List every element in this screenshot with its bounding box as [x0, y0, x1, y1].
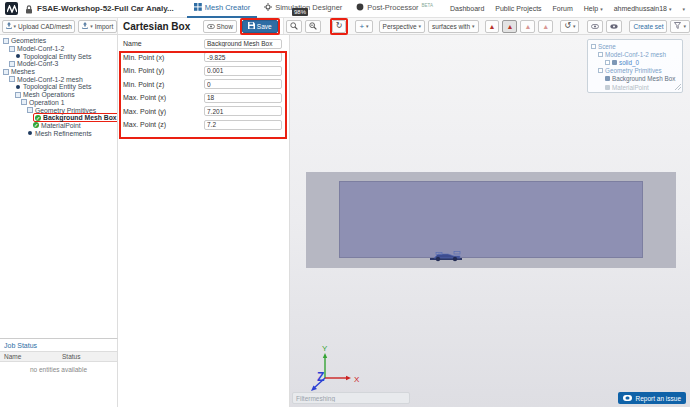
tree-item-model-conf-1-2[interactable]: Model-Conf-1-2: [0, 45, 117, 53]
field-label: Max. Point (x): [118, 94, 204, 101]
plus-icon: +: [359, 22, 364, 31]
expander-icon[interactable]: [21, 99, 27, 105]
filter-input[interactable]: [292, 392, 410, 404]
show-all-button[interactable]: [606, 20, 622, 33]
render-mode-select[interactable]: surfaces with▾: [428, 20, 478, 33]
import-button[interactable]: ▾ Import: [78, 20, 117, 33]
nav-link-dashboard[interactable]: Dashboard: [450, 5, 484, 12]
expander-icon[interactable]: [9, 76, 15, 82]
scene-item-materialpoint[interactable]: MaterialPoint: [590, 83, 682, 91]
tree-item-materialpoint[interactable]: ✓MaterialPoint: [0, 122, 117, 130]
nav-link-forum[interactable]: Forum: [553, 5, 573, 12]
job-status-header: Name Status: [0, 352, 117, 362]
form-row-max-point-x: Max. Point (x): [118, 91, 289, 105]
create-set-button[interactable]: Create set: [629, 20, 667, 33]
tree-item-label: Topological Entity Sets: [23, 53, 91, 60]
tab-post-processor[interactable]: Post-Processor BETA: [349, 0, 440, 18]
tree-item-background-mesh-box[interactable]: ✓Background Mesh Box: [0, 114, 117, 122]
expander-icon[interactable]: [15, 92, 21, 98]
scene-item-geometry-primitives[interactable]: Geometry Primitives: [590, 67, 682, 75]
scene-item-model-conf-1-2-mesh[interactable]: Model-Conf-1-2 mesh: [590, 50, 682, 58]
pick-volume-button[interactable]: ▲: [485, 20, 500, 33]
upload-icon: [6, 22, 12, 30]
projection-select[interactable]: Perspective▾: [379, 20, 425, 33]
expander-icon[interactable]: [605, 60, 610, 65]
pick-vertex-button[interactable]: ▲: [538, 20, 553, 33]
tree-item-model-conf-3[interactable]: Model-Conf-3: [0, 60, 117, 68]
field-input-name[interactable]: [204, 39, 282, 49]
expander-icon[interactable]: [9, 46, 15, 52]
expander-icon[interactable]: [9, 61, 15, 67]
pick-face-button[interactable]: ▲: [502, 20, 517, 33]
hide-selection-button[interactable]: [587, 20, 603, 33]
refresh-button[interactable]: ↻: [332, 20, 347, 33]
expander-icon[interactable]: [27, 107, 33, 113]
zoom-fit-button[interactable]: [305, 20, 321, 33]
expander-icon[interactable]: [598, 68, 603, 73]
scene-item-scene[interactable]: Scene: [590, 42, 682, 50]
check-icon: ✓: [35, 115, 41, 121]
tetra-vertex-icon: ▲: [542, 23, 549, 30]
scene-item-solid-0[interactable]: solid_0: [590, 58, 682, 66]
scene-item-label: Geometry Primitives: [605, 67, 662, 74]
tree-item-label: Model-Conf-3: [17, 60, 58, 67]
viewport-3d[interactable]: SceneModel-Conf-1-2 meshsolid_0Geometry …: [290, 35, 690, 407]
toolbar-left: ▾ Upload CAD/mesh ▾ Import: [0, 18, 118, 34]
field-input-min-point-z[interactable]: [204, 79, 282, 89]
field-input-max-point-x[interactable]: [204, 93, 282, 103]
tree-item-mesh-operations[interactable]: Mesh Operations: [0, 91, 117, 99]
user-menu[interactable]: ahmedhussain18 ▾: [614, 5, 672, 12]
help-menu[interactable]: Help ▾: [584, 5, 603, 12]
report-issue-button[interactable]: Report an issue: [618, 392, 686, 404]
job-status-panel: Job Status Name Status no entities avail…: [0, 338, 118, 407]
tree-item-operation-1[interactable]: Operation 1: [0, 99, 117, 107]
scene-item-background-mesh-box[interactable]: Background Mesh Box: [590, 75, 682, 83]
resize-handle-icon[interactable]: [675, 84, 681, 91]
chevron-down-icon: ▾: [419, 23, 422, 29]
chevron-down-icon: ▾: [472, 23, 475, 29]
orbit-button[interactable]: ↺▾: [560, 20, 579, 33]
field-input-min-point-x[interactable]: [204, 52, 282, 62]
toolbar-right: ↻ + ▾ Perspective▾ surfaces with▾ ▲ ▲ ▲ …: [284, 18, 690, 34]
filter-button[interactable]: ▾: [670, 20, 690, 33]
scene-item-label: Scene: [598, 43, 616, 50]
field-label: Min. Point (z): [118, 81, 204, 88]
tree-item-mesh-refinements[interactable]: Mesh Refinements: [0, 129, 117, 137]
grid-icon: [194, 3, 202, 13]
tree-item-model-conf-1-2-mesh[interactable]: Model-Conf-1-2 mesh: [0, 75, 117, 83]
upload-cad-mesh-button[interactable]: ▾ Upload CAD/mesh: [2, 20, 75, 33]
expander-icon[interactable]: [591, 44, 596, 49]
form-rows: NameMin. Point (x)Min. Point (y)Min. Poi…: [118, 37, 289, 132]
tab-mesh-creator[interactable]: Mesh Creator: [187, 0, 257, 18]
field-input-max-point-z[interactable]: [204, 120, 282, 130]
expander-icon[interactable]: [3, 38, 9, 44]
tree-item-topological-entity-sets[interactable]: Topological Entity Sets: [0, 52, 117, 60]
pick-edge-button[interactable]: ▲: [520, 20, 535, 33]
tree-item-topological-entity-sets[interactable]: Topological Entity Sets: [0, 83, 117, 91]
check-icon: ✓: [33, 122, 39, 128]
field-label: Min. Point (x): [118, 54, 204, 61]
eye-filled-icon: [610, 23, 618, 30]
background-mesh-box-outer[interactable]: [306, 172, 676, 268]
field-input-max-point-y[interactable]: [204, 106, 282, 116]
tree-item-meshes[interactable]: Meshes: [0, 68, 117, 76]
background-mesh-box-face[interactable]: [339, 181, 643, 258]
expander-icon[interactable]: [598, 52, 603, 57]
nav-link-public-projects[interactable]: Public Projects: [495, 5, 541, 12]
field-input-min-point-y[interactable]: [204, 66, 282, 76]
zoom-in-button[interactable]: [286, 20, 302, 33]
chevron-down-icon[interactable]: ▾: [682, 6, 685, 12]
tree-item-geometries[interactable]: Geometries: [0, 37, 117, 45]
node-icon: [612, 60, 617, 65]
chevron-down-icon: ▾: [14, 23, 17, 29]
upload-icon: [82, 22, 88, 30]
expander-icon[interactable]: [3, 69, 9, 75]
job-status-tab[interactable]: Job Status: [0, 339, 117, 352]
save-button[interactable]: Save: [242, 20, 278, 33]
add-button[interactable]: + ▾: [355, 20, 372, 33]
simscale-logo-icon[interactable]: [5, 2, 18, 15]
field-label: Max. Point (z): [118, 121, 204, 128]
car-model[interactable]: [428, 248, 464, 266]
scene-item-label: MaterialPoint: [612, 84, 649, 91]
show-button[interactable]: Show: [203, 20, 237, 33]
